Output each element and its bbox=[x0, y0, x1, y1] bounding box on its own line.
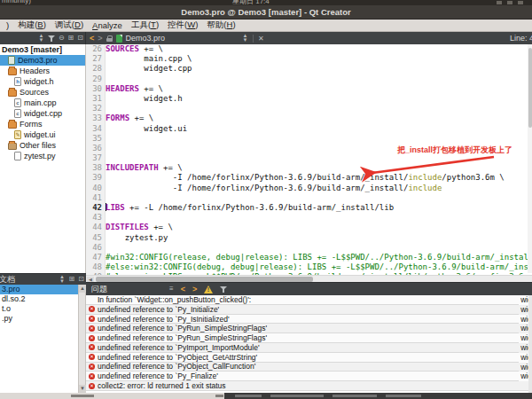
annotation-text: 把_install打包移植到开发板上了 bbox=[397, 145, 512, 156]
tree-item-label: widget.cpp bbox=[24, 109, 62, 118]
window-title-bar[interactable]: Demo3.pro @ Demo3 [master] - Qt Creator bbox=[0, 5, 532, 20]
menu-item[interactable]: ) bbox=[2, 20, 13, 30]
line-number: 32 bbox=[86, 104, 106, 113]
code-text: SOURCES += \ bbox=[106, 44, 163, 54]
close-panel-icon[interactable]: ⊡ bbox=[78, 275, 84, 284]
code-line[interactable]: 39 -I /home/forlinx/Python-3.6.9/build-a… bbox=[86, 173, 532, 183]
code-line[interactable]: 35 bbox=[86, 134, 532, 144]
tree-item-zytest.py[interactable]: zytest.py bbox=[0, 151, 85, 161]
error-icon: ✕ bbox=[89, 373, 95, 379]
error-icon: ✕ bbox=[89, 306, 95, 312]
code-line[interactable]: 28 widget.cpp bbox=[86, 64, 532, 74]
tree-item-forms[interactable]: Forms bbox=[0, 119, 85, 129]
code-line[interactable]: 27 main.cpp \ bbox=[86, 54, 532, 64]
problem-row[interactable]: ✕collect2: error: ld returned 1 exit sta… bbox=[86, 381, 532, 391]
folder-icon bbox=[8, 121, 17, 129]
line-number: 26 bbox=[86, 44, 106, 54]
line-number: 35 bbox=[86, 134, 106, 144]
menu-item[interactable]: Analyze bbox=[88, 20, 127, 30]
code-line[interactable]: 48#else:win32:CONFIG(debug, debug|releas… bbox=[86, 262, 532, 272]
tree-item-widget.cpp[interactable]: cwidget.cpp bbox=[0, 108, 85, 119]
open-document-item[interactable]: dl.so.2 bbox=[0, 294, 85, 304]
tree-item-widget.h[interactable]: hwidget.h bbox=[0, 76, 85, 87]
code-line[interactable]: 42LIBS += -L /home/forlinx/Python-3.6.9/… bbox=[86, 203, 532, 213]
expand-rows-icon[interactable]: ≡ bbox=[169, 285, 174, 293]
tree-item-label: main.cpp bbox=[24, 98, 57, 107]
line-number: 46 bbox=[86, 243, 106, 253]
tree-item-headers[interactable]: Headers bbox=[0, 66, 85, 76]
code-line[interactable]: 33FORMS += \ bbox=[86, 113, 532, 123]
code-line[interactable]: 41 bbox=[86, 193, 532, 203]
code-text: widget.cpp bbox=[106, 64, 192, 74]
code-line[interactable]: 46 bbox=[86, 243, 532, 253]
open-document-item[interactable]: 3.pro bbox=[0, 285, 85, 294]
close-document-icon[interactable]: ✕ bbox=[258, 35, 264, 43]
menu-item[interactable]: 构建(B) bbox=[13, 20, 51, 31]
menu-item[interactable]: 调试(D) bbox=[51, 20, 88, 31]
problem-text: undefined reference to `PyImport_ImportM… bbox=[98, 343, 532, 352]
sync-with-editor-icon[interactable]: ⊖ bbox=[59, 34, 65, 43]
problem-row[interactable]: ✕undefined reference to `Py_Initialize'w… bbox=[86, 305, 532, 315]
filter-icon[interactable] bbox=[220, 286, 227, 293]
code-line[interactable]: 26SOURCES += \ bbox=[86, 44, 532, 54]
tree-item-widget.ui[interactable]: ✎widget.ui bbox=[0, 129, 85, 140]
problem-row[interactable]: ✕undefined reference to `Py_IsInitialize… bbox=[86, 315, 532, 325]
code-line[interactable]: 30HEADERS += \ bbox=[86, 84, 532, 94]
scroll-up-icon[interactable]: ▲ bbox=[79, 285, 86, 293]
open-document-item[interactable]: .py bbox=[0, 314, 85, 324]
menu-item[interactable]: 工具(T) bbox=[127, 20, 163, 31]
open-document-item[interactable]: t.o bbox=[0, 304, 85, 314]
problem-row[interactable]: In function `Widget::on_pushButton_click… bbox=[86, 295, 532, 305]
problem-row[interactable]: ✕undefined reference to `PyObject_CallFu… bbox=[86, 363, 532, 372]
file-py-icon bbox=[14, 152, 21, 160]
problem-row[interactable]: ✕undefined reference to `PyRun_SimpleStr… bbox=[86, 324, 532, 333]
problems-scrollbar[interactable] bbox=[528, 295, 532, 393]
tree-item-demo3-master-[interactable]: Demo3 [master] bbox=[0, 44, 85, 55]
window-title: Demo3.pro @ Demo3 [master] - Qt Creator bbox=[181, 7, 350, 17]
code-editor[interactable]: 26SOURCES += \27 main.cpp \28 widget.cpp… bbox=[86, 44, 532, 282]
code-line[interactable]: 38INCLUDEPATH += \ bbox=[86, 163, 532, 173]
code-line[interactable]: 40 -I /home/forlinx/Python-3.6.9/build-a… bbox=[86, 184, 532, 193]
code-line[interactable]: 45 zytest.py bbox=[86, 233, 532, 243]
lock-icon bbox=[106, 35, 113, 42]
line-number: 43 bbox=[86, 213, 106, 223]
problem-row[interactable]: ✕undefined reference to `PyImport_Import… bbox=[86, 343, 532, 353]
tree-item-demo3.pro[interactable]: Demo3.pro bbox=[0, 55, 85, 66]
filter-dropdown-icon[interactable]: ▲▼ bbox=[38, 34, 44, 43]
next-issue-icon[interactable]: > bbox=[192, 285, 197, 293]
tree-item-main.cpp[interactable]: cmain.cpp bbox=[0, 98, 85, 108]
close-panel-icon[interactable]: ⊡ bbox=[77, 34, 83, 43]
show-warnings-icon[interactable] bbox=[204, 286, 213, 293]
tree-item-label: Other files bbox=[20, 141, 56, 150]
prev-issue-icon[interactable]: < bbox=[181, 285, 185, 293]
scroll-down-icon[interactable]: ▼ bbox=[79, 385, 86, 393]
problem-row[interactable]: ✕undefined reference to `Py_Finalize'wid bbox=[86, 372, 532, 381]
documents-dropdown-icon[interactable]: ▲▼ bbox=[59, 275, 66, 284]
code-line[interactable]: 47#win32:CONFIG(release, debug|release):… bbox=[86, 253, 532, 262]
problem-text: undefined reference to `PyObject_GetAttr… bbox=[98, 353, 532, 362]
documents-scrollbar[interactable]: ▲ ▼ bbox=[78, 285, 85, 393]
file-dropdown-icon[interactable]: ▲▼ bbox=[242, 34, 248, 43]
problem-row[interactable]: ✕undefined reference to `PyObject_GetAtt… bbox=[86, 353, 532, 363]
code-line[interactable]: 29 bbox=[86, 74, 532, 84]
split-panel-icon[interactable]: ⊞ bbox=[68, 34, 74, 43]
code-line[interactable]: 32 bbox=[86, 104, 532, 113]
forward-icon[interactable]: > bbox=[98, 34, 102, 43]
menu-item[interactable]: 控件(W) bbox=[163, 20, 202, 31]
filter-icon[interactable] bbox=[48, 35, 55, 42]
open-file-name[interactable]: Demo3.pro bbox=[126, 34, 166, 43]
tree-item-other-files[interactable]: Other files bbox=[0, 140, 85, 151]
editor-vertical-scrollbar[interactable] bbox=[528, 44, 532, 273]
back-icon[interactable]: < bbox=[90, 34, 94, 43]
code-line[interactable]: 31 widget.h bbox=[86, 94, 532, 104]
project-tree: Demo3 [master]Demo3.proHeadershwidget.hS… bbox=[0, 44, 86, 273]
editor-horizontal-scrollbar[interactable]: ◀ bbox=[86, 275, 532, 282]
menu-item[interactable]: 帮助(H) bbox=[202, 20, 239, 31]
split-panel-icon[interactable]: ⊞ bbox=[69, 275, 75, 284]
code-line[interactable]: 34 widget.ui bbox=[86, 124, 532, 134]
code-line[interactable]: 43 bbox=[86, 213, 532, 223]
problem-row[interactable]: ✕undefined reference to `PyRun_SimpleStr… bbox=[86, 333, 532, 343]
code-line[interactable]: 44DISTFILES += \ bbox=[86, 223, 532, 232]
tree-item-sources[interactable]: Sources bbox=[0, 87, 85, 98]
separator bbox=[253, 35, 254, 43]
